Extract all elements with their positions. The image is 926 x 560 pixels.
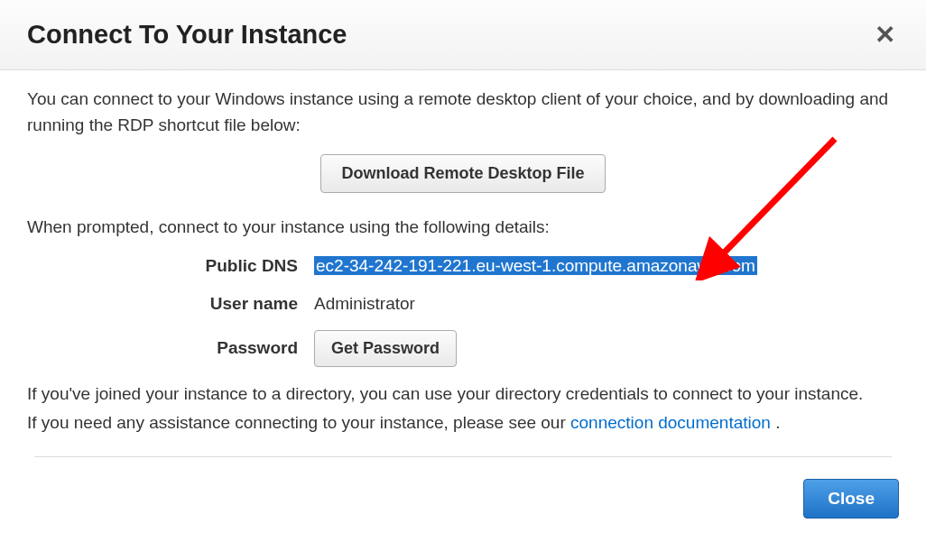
close-button[interactable]: Close [803, 479, 899, 519]
details-grid: Public DNS ec2-34-242-191-221.eu-west-1.… [27, 253, 899, 367]
prompt-text: When prompted, connect to your instance … [27, 215, 899, 241]
download-rdp-button[interactable]: Download Remote Desktop File [320, 154, 605, 193]
close-icon[interactable]: ✕ [871, 23, 899, 48]
button-row: Close [0, 479, 926, 535]
dialog-header: Connect To Your Instance ✕ [0, 0, 926, 70]
get-password-button[interactable]: Get Password [314, 330, 457, 367]
connect-instance-dialog: Connect To Your Instance ✕ You can conne… [0, 0, 926, 535]
password-label: Password [27, 335, 298, 362]
password-value-cell: Get Password [314, 330, 899, 367]
user-name-label: User name [27, 291, 298, 317]
dialog-body: You can connect to your Windows instance… [0, 70, 926, 457]
connection-documentation-link[interactable]: connection documentation [570, 413, 771, 432]
user-name-value: Administrator [314, 291, 899, 317]
intro-text: You can connect to your Windows instance… [27, 87, 899, 138]
public-dns-value[interactable]: ec2-34-242-191-221.eu-west-1.compute.ama… [314, 256, 757, 275]
public-dns-label: Public DNS [27, 253, 298, 280]
dialog-title: Connect To Your Instance [27, 20, 347, 50]
assistance-suffix: . [771, 413, 781, 432]
directory-note: If you've joined your instance to a dire… [27, 381, 899, 408]
download-row: Download Remote Desktop File [27, 154, 899, 193]
assistance-prefix: If you need any assistance connecting to… [27, 413, 570, 432]
divider [34, 456, 892, 457]
assistance-note: If you need any assistance connecting to… [27, 410, 899, 436]
public-dns-value-cell: ec2-34-242-191-221.eu-west-1.compute.ama… [314, 253, 899, 280]
